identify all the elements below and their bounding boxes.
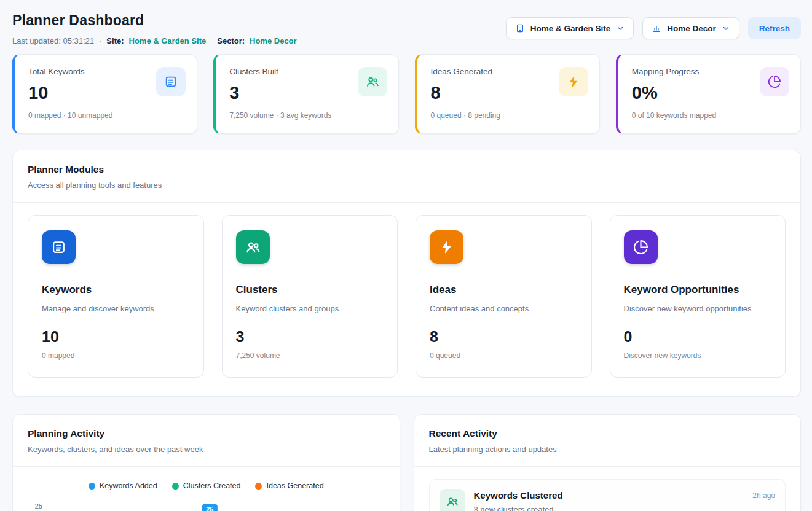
chart-content: Keywords Added Clusters Created Ideas Ge…: [13, 467, 400, 511]
lightning-icon: [430, 230, 463, 264]
module-title: Clusters: [236, 284, 384, 296]
header-controls: Home & Garden Site Home Decor Refresh: [506, 17, 801, 39]
legend-item-keywords-added: Keywords Added: [89, 482, 157, 490]
module-description: Content ideas and concepts: [430, 304, 578, 313]
stat-sub: 0 mapped · 10 unmapped: [28, 111, 112, 120]
separator-dot: ·: [99, 36, 101, 45]
module-card-keywords[interactable]: Keywords Manage and discover keywords 10…: [28, 215, 204, 378]
stat-card-ideas-generated: Ideas Generated 8 0 queued · 8 pending: [415, 54, 600, 134]
planning-activity-subtitle: Keywords, clusters, and ideas over the p…: [28, 445, 385, 454]
module-sub: Discover new keywords: [624, 351, 772, 360]
last-updated-text: Last updated: 05:31:21: [12, 36, 94, 45]
module-description: Keyword clusters and groups: [236, 304, 384, 313]
stat-card-total-keywords: Total Keywords 10 0 mapped · 10 unmapped: [12, 54, 197, 134]
activity-body: Keywords Clustered 3 new clusters create…: [474, 489, 744, 511]
chevron-down-icon: [616, 24, 625, 33]
module-sub: 7,250 volume: [236, 351, 384, 360]
module-value: 10: [42, 328, 190, 346]
building-icon: [515, 23, 525, 33]
users-icon: [358, 67, 387, 96]
module-card-ideas[interactable]: Ideas Content ideas and concepts 8 0 que…: [416, 215, 592, 378]
site-label: Site:: [106, 36, 124, 45]
page-header: Planner Dashboard Last updated: 05:31:21…: [12, 11, 801, 45]
refresh-button[interactable]: Refresh: [748, 17, 801, 39]
sector-selector-dropdown[interactable]: Home Decor: [642, 17, 739, 39]
modules-grid: Keywords Manage and discover keywords 10…: [13, 203, 800, 396]
data-label-badge: 25: [202, 504, 217, 511]
sector-link[interactable]: Home Decor: [250, 36, 297, 45]
stat-value: 3: [229, 83, 331, 103]
planner-modules-panel: Planner Modules Access all planning tool…: [12, 150, 801, 397]
lightning-icon: [559, 67, 588, 96]
legend-dot: [172, 483, 179, 490]
stat-value: 8: [431, 83, 500, 103]
legend-item-clusters-created: Clusters Created: [172, 482, 241, 490]
modules-title: Planner Modules: [28, 164, 786, 175]
pie-chart-icon: [624, 230, 658, 264]
site-selector-dropdown[interactable]: Home & Garden Site: [506, 17, 634, 39]
stat-label: Total Keywords: [28, 67, 112, 76]
stat-main: Total Keywords 10 0 mapped · 10 unmapped: [28, 67, 112, 120]
module-description: Discover new keyword opportunities: [624, 304, 772, 313]
legend-label: Ideas Generated: [266, 482, 323, 490]
sector-selector-value: Home Decor: [667, 24, 716, 33]
stat-main: Clusters Built 3 7,250 volume · 3 avg ke…: [229, 67, 331, 120]
modules-subtitle: Access all planning tools and features: [28, 181, 786, 190]
recent-activity-title: Recent Activity: [429, 428, 786, 439]
stat-label: Ideas Generated: [431, 67, 500, 76]
page-title: Planner Dashboard: [12, 12, 297, 29]
activity-description: 3 new clusters created: [474, 505, 744, 511]
planning-activity-header: Planning Activity Keywords, clusters, an…: [13, 415, 400, 466]
recent-activity-subtitle: Latest planning actions and updates: [429, 445, 786, 454]
recent-activity-header: Recent Activity Latest planning actions …: [414, 415, 801, 466]
module-title: Ideas: [430, 284, 578, 296]
planner-dashboard-page: Planner Dashboard Last updated: 05:31:21…: [0, 0, 812, 511]
activity-list: Keywords Clustered 3 new clusters create…: [414, 467, 801, 511]
y-axis-tick: 25: [28, 501, 49, 511]
legend-item-ideas-generated: Ideas Generated: [255, 482, 323, 490]
stat-card-clusters-built: Clusters Built 3 7,250 volume · 3 avg ke…: [213, 54, 398, 134]
sector-label: Sector:: [217, 36, 245, 45]
planning-activity-panel: Planning Activity Keywords, clusters, an…: [12, 414, 400, 511]
users-icon: [440, 489, 465, 511]
stat-main: Mapping Progress 0% 0 of 10 keywords map…: [632, 67, 716, 120]
chevron-down-icon: [722, 24, 730, 33]
module-description: Manage and discover keywords: [42, 304, 190, 313]
document-icon: [42, 230, 76, 264]
document-icon: [156, 67, 186, 96]
stats-row: Total Keywords 10 0 mapped · 10 unmapped…: [12, 54, 801, 134]
site-selector-value: Home & Garden Site: [530, 24, 611, 33]
activity-item-keywords-clustered[interactable]: Keywords Clustered 3 new clusters create…: [429, 479, 786, 511]
stat-value: 0%: [632, 83, 716, 103]
module-card-clusters[interactable]: Clusters Keyword clusters and groups 3 7…: [222, 215, 398, 378]
bar-chart-icon: [652, 23, 661, 33]
pie-chart-icon: [760, 67, 789, 96]
stat-card-mapping-progress: Mapping Progress 0% 0 of 10 keywords map…: [616, 54, 801, 134]
activity-timestamp: 2h ago: [752, 489, 775, 500]
planning-activity-chart: 25 25 24: [28, 501, 385, 511]
stat-label: Mapping Progress: [632, 67, 716, 76]
header-left: Planner Dashboard Last updated: 05:31:21…: [12, 11, 297, 45]
legend-dot: [255, 483, 262, 490]
module-card-keyword-opportunities[interactable]: Keyword Opportunities Discover new keywo…: [610, 215, 786, 378]
stat-sub: 7,250 volume · 3 avg keywords: [229, 111, 331, 120]
stat-main: Ideas Generated 8 0 queued · 8 pending: [431, 67, 500, 120]
stat-sub: 0 of 10 keywords mapped: [632, 111, 716, 120]
module-title: Keywords: [42, 284, 190, 296]
planning-activity-title: Planning Activity: [28, 428, 385, 439]
module-sub: 0 queued: [430, 351, 578, 360]
chart-legend: Keywords Added Clusters Created Ideas Ge…: [28, 482, 385, 490]
users-icon: [236, 230, 270, 264]
bottom-row: Planning Activity Keywords, clusters, an…: [12, 414, 801, 511]
stat-sub: 0 queued · 8 pending: [431, 111, 500, 120]
activity-title: Keywords Clustered: [474, 490, 744, 501]
module-value: 8: [430, 328, 578, 346]
plot-area: 25 24: [49, 501, 385, 511]
meta-line: Last updated: 05:31:21 · Site: Home & Ga…: [12, 36, 297, 45]
legend-dot: [89, 483, 95, 490]
legend-label: Clusters Created: [183, 482, 241, 490]
module-value: 0: [624, 328, 772, 346]
site-link[interactable]: Home & Garden Site: [129, 36, 207, 45]
module-title: Keyword Opportunities: [624, 284, 772, 296]
module-value: 3: [236, 328, 384, 346]
